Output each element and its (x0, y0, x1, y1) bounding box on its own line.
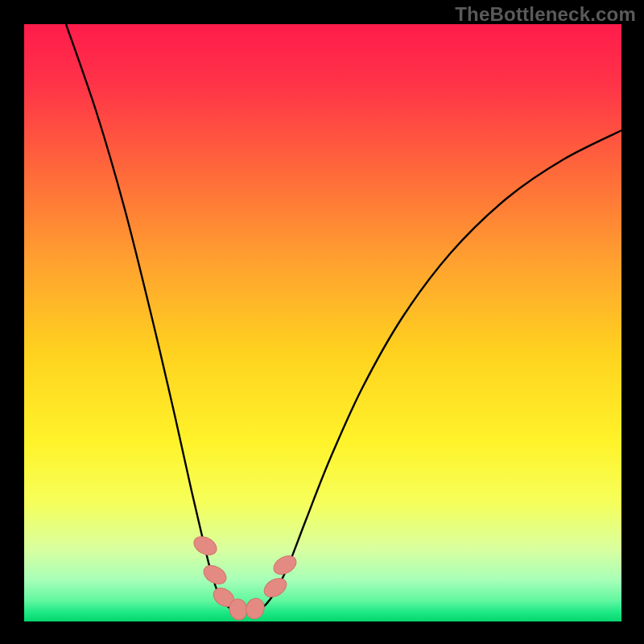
chart-svg (24, 24, 621, 621)
outer-frame: TheBottleneck.com (0, 0, 644, 644)
plot-area (24, 24, 621, 621)
watermark-text: TheBottleneck.com (455, 3, 636, 26)
gradient-background (24, 24, 621, 621)
